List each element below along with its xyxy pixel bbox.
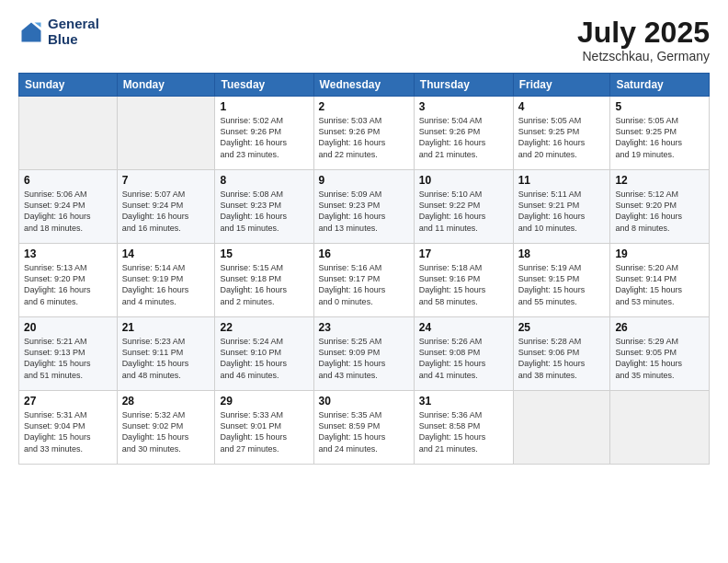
day-info: Sunrise: 5:03 AM Sunset: 9:26 PM Dayligh… [319,115,409,160]
calendar-cell [610,391,710,465]
svg-marker-0 [22,22,41,41]
calendar-cell: 30Sunrise: 5:35 AM Sunset: 8:59 PM Dayli… [313,391,414,465]
calendar-week-5: 27Sunrise: 5:31 AM Sunset: 9:04 PM Dayli… [19,391,710,465]
day-info: Sunrise: 5:07 AM Sunset: 9:24 PM Dayligh… [122,189,210,234]
day-number: 8 [220,174,308,187]
day-number: 26 [615,321,704,334]
day-number: 27 [24,395,112,408]
calendar-cell: 15Sunrise: 5:15 AM Sunset: 9:18 PM Dayli… [215,244,313,317]
calendar-cell: 11Sunrise: 5:11 AM Sunset: 9:21 PM Dayli… [513,170,610,244]
day-info: Sunrise: 5:02 AM Sunset: 9:26 PM Dayligh… [220,115,308,160]
title-block: July 2025 Netzschkau, Germany [577,17,710,63]
day-info: Sunrise: 5:32 AM Sunset: 9:02 PM Dayligh… [122,409,210,454]
day-info: Sunrise: 5:04 AM Sunset: 9:26 PM Dayligh… [419,115,508,160]
calendar-header-sunday: Sunday [19,74,118,97]
day-number: 25 [518,321,606,334]
logo-text: General Blue [48,17,99,47]
day-number: 13 [24,247,112,260]
day-number: 23 [319,321,409,334]
day-info: Sunrise: 5:15 AM Sunset: 9:18 PM Dayligh… [220,262,308,307]
calendar-week-3: 13Sunrise: 5:13 AM Sunset: 9:20 PM Dayli… [19,244,710,317]
day-info: Sunrise: 5:06 AM Sunset: 9:24 PM Dayligh… [24,189,112,234]
day-number: 10 [419,174,508,187]
calendar-week-2: 6Sunrise: 5:06 AM Sunset: 9:24 PM Daylig… [19,170,710,244]
calendar-cell: 7Sunrise: 5:07 AM Sunset: 9:24 PM Daylig… [117,170,215,244]
day-info: Sunrise: 5:08 AM Sunset: 9:23 PM Dayligh… [220,189,308,234]
calendar-cell: 2Sunrise: 5:03 AM Sunset: 9:26 PM Daylig… [313,97,414,170]
calendar-header-wednesday: Wednesday [313,74,414,97]
day-number: 21 [122,321,210,334]
calendar-cell: 10Sunrise: 5:10 AM Sunset: 9:22 PM Dayli… [414,170,513,244]
calendar-header-saturday: Saturday [610,74,710,97]
day-number: 24 [419,321,508,334]
calendar-cell: 8Sunrise: 5:08 AM Sunset: 9:23 PM Daylig… [215,170,313,244]
day-info: Sunrise: 5:26 AM Sunset: 9:08 PM Dayligh… [419,336,508,381]
day-info: Sunrise: 5:31 AM Sunset: 9:04 PM Dayligh… [24,409,112,454]
day-info: Sunrise: 5:23 AM Sunset: 9:11 PM Dayligh… [122,336,210,381]
calendar-cell [117,97,215,170]
calendar-header-thursday: Thursday [414,74,513,97]
calendar-cell: 20Sunrise: 5:21 AM Sunset: 9:13 PM Dayli… [19,317,118,391]
month-title: July 2025 [577,17,710,49]
calendar-cell: 18Sunrise: 5:19 AM Sunset: 9:15 PM Dayli… [513,244,610,317]
calendar-cell: 24Sunrise: 5:26 AM Sunset: 9:08 PM Dayli… [414,317,513,391]
day-number: 12 [615,174,704,187]
day-number: 30 [319,395,409,408]
day-info: Sunrise: 5:24 AM Sunset: 9:10 PM Dayligh… [220,336,308,381]
day-info: Sunrise: 5:16 AM Sunset: 9:17 PM Dayligh… [319,262,409,307]
day-number: 6 [24,174,112,187]
day-number: 5 [615,100,704,113]
calendar-cell: 23Sunrise: 5:25 AM Sunset: 9:09 PM Dayli… [313,317,414,391]
page: General Blue July 2025 Netzschkau, Germa… [0,0,728,563]
calendar-cell: 4Sunrise: 5:05 AM Sunset: 9:25 PM Daylig… [513,97,610,170]
day-info: Sunrise: 5:18 AM Sunset: 9:16 PM Dayligh… [419,262,508,307]
day-number: 1 [220,100,308,113]
day-info: Sunrise: 5:20 AM Sunset: 9:14 PM Dayligh… [615,262,704,307]
day-info: Sunrise: 5:11 AM Sunset: 9:21 PM Dayligh… [518,189,606,234]
day-info: Sunrise: 5:05 AM Sunset: 9:25 PM Dayligh… [518,115,606,160]
calendar-cell: 25Sunrise: 5:28 AM Sunset: 9:06 PM Dayli… [513,317,610,391]
calendar-cell: 16Sunrise: 5:16 AM Sunset: 9:17 PM Dayli… [313,244,414,317]
day-number: 17 [419,247,508,260]
logo-icon [18,19,44,45]
day-number: 11 [518,174,606,187]
calendar-header-row: SundayMondayTuesdayWednesdayThursdayFrid… [19,74,710,97]
calendar-cell: 9Sunrise: 5:09 AM Sunset: 9:23 PM Daylig… [313,170,414,244]
calendar-cell: 21Sunrise: 5:23 AM Sunset: 9:11 PM Dayli… [117,317,215,391]
calendar-cell: 1Sunrise: 5:02 AM Sunset: 9:26 PM Daylig… [215,97,313,170]
day-number: 29 [220,395,308,408]
calendar-cell: 22Sunrise: 5:24 AM Sunset: 9:10 PM Dayli… [215,317,313,391]
day-number: 31 [419,395,508,408]
calendar-table: SundayMondayTuesdayWednesdayThursdayFrid… [18,73,710,465]
day-number: 14 [122,247,210,260]
day-number: 2 [319,100,409,113]
calendar-cell: 29Sunrise: 5:33 AM Sunset: 9:01 PM Dayli… [215,391,313,465]
day-info: Sunrise: 5:35 AM Sunset: 8:59 PM Dayligh… [319,409,409,454]
day-info: Sunrise: 5:09 AM Sunset: 9:23 PM Dayligh… [319,189,409,234]
day-info: Sunrise: 5:19 AM Sunset: 9:15 PM Dayligh… [518,262,606,307]
day-info: Sunrise: 5:29 AM Sunset: 9:05 PM Dayligh… [615,336,704,381]
calendar-cell: 14Sunrise: 5:14 AM Sunset: 9:19 PM Dayli… [117,244,215,317]
location-subtitle: Netzschkau, Germany [577,49,710,63]
calendar-cell: 17Sunrise: 5:18 AM Sunset: 9:16 PM Dayli… [414,244,513,317]
day-info: Sunrise: 5:33 AM Sunset: 9:01 PM Dayligh… [220,409,308,454]
calendar-cell: 26Sunrise: 5:29 AM Sunset: 9:05 PM Dayli… [610,317,710,391]
calendar-cell [19,97,118,170]
calendar-cell: 12Sunrise: 5:12 AM Sunset: 9:20 PM Dayli… [610,170,710,244]
day-info: Sunrise: 5:12 AM Sunset: 9:20 PM Dayligh… [615,189,704,234]
calendar-week-4: 20Sunrise: 5:21 AM Sunset: 9:13 PM Dayli… [19,317,710,391]
calendar-cell [513,391,610,465]
day-number: 15 [220,247,308,260]
calendar-header-tuesday: Tuesday [215,74,313,97]
header: General Blue July 2025 Netzschkau, Germa… [18,17,710,63]
calendar-header-friday: Friday [513,74,610,97]
calendar-cell: 27Sunrise: 5:31 AM Sunset: 9:04 PM Dayli… [19,391,118,465]
day-number: 16 [319,247,409,260]
day-number: 28 [122,395,210,408]
day-info: Sunrise: 5:10 AM Sunset: 9:22 PM Dayligh… [419,189,508,234]
calendar-cell: 3Sunrise: 5:04 AM Sunset: 9:26 PM Daylig… [414,97,513,170]
day-info: Sunrise: 5:36 AM Sunset: 8:58 PM Dayligh… [419,409,508,454]
day-info: Sunrise: 5:13 AM Sunset: 9:20 PM Dayligh… [24,262,112,307]
day-number: 22 [220,321,308,334]
day-number: 3 [419,100,508,113]
